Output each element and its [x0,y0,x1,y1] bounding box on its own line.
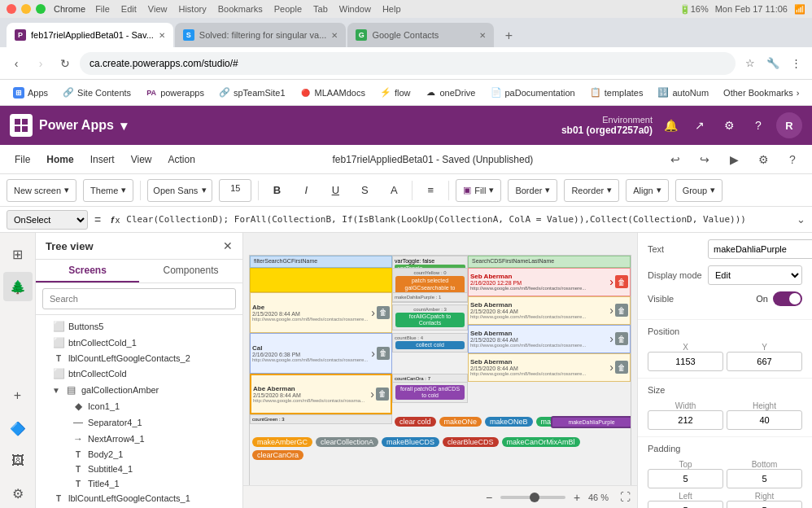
pa-settings-icon[interactable]: ⚙ [716,112,742,138]
padding-right-input[interactable] [727,501,802,508]
bookmark-autonum[interactable]: 🔢 autoNum [651,83,715,103]
extensions-icon[interactable]: 🔧 [763,54,783,73]
back-button[interactable]: ‹ [7,54,26,73]
clear-can-ora-pill[interactable]: clearCanOra [252,450,303,460]
tree-item-lblcountleft2[interactable]: T lblCountLeftGoogleContacts_2 [36,351,242,366]
bold-button[interactable]: B [265,179,288,202]
abe-delete[interactable]: 🗑 [377,306,390,319]
abe-aberman-delete[interactable]: 🗑 [615,304,628,317]
pa-help-btn[interactable]: ? [779,147,805,173]
sidebar-icon-data[interactable]: 🔷 [3,414,33,443]
tab-close-google[interactable]: ✕ [479,31,486,40]
strikethrough-button[interactable]: S [353,179,376,202]
display-mode-select[interactable]: Edit [708,265,802,285]
reorder-button[interactable]: Reorder ▾ [564,179,619,202]
size-height-input[interactable] [727,410,802,430]
contact-row-abe-aberman[interactable]: Seb Aberman 2/15/2020 8:44 AM http://www… [468,296,631,325]
maximize-button[interactable] [36,4,46,14]
align-button[interactable]: ≡ [419,179,442,202]
reload-button[interactable]: ↻ [55,54,75,73]
make-dahlia-purple-selected[interactable]: makeDahliaPurple [551,416,631,428]
tree-item-title41[interactable]: T Title4_1 [36,476,242,491]
bookmark-site-contents[interactable]: 🔗 Site Contents [56,83,138,103]
contact-row-1[interactable]: Seb Aberman 2/16/2020 12:28 PM http://ww… [468,268,631,296]
contact-3-delete[interactable]: 🗑 [615,332,628,345]
tree-tab-components[interactable]: Components [139,260,242,282]
mac-menu-view[interactable]: View [148,4,168,14]
yellow-input-box[interactable] [250,268,392,292]
italic-button[interactable]: I [295,179,317,202]
contact-3-arrow[interactable]: › [609,332,613,345]
mac-menu-window[interactable]: Window [339,4,371,14]
amber-contact-abe[interactable]: Abe 2/15/2020 8:44 AM http://www.google.… [250,292,392,333]
zoom-in-button[interactable]: + [569,489,585,506]
tree-item-btncollectcold[interactable]: ⬜ btnCollectCold [36,366,242,382]
contact-row-3[interactable]: Seb Aberman 2/15/2020 8:44 AM http://www… [468,325,631,353]
sidebar-icon-tree[interactable]: 🌲 [3,272,33,301]
tree-item-icon11[interactable]: ◆ Icon1_1 [36,398,242,414]
padding-left-input[interactable] [648,501,723,508]
bookmark-powerapps[interactable]: PA powerapps [139,83,211,103]
tree-item-separator41[interactable]: — Separator4_1 [36,414,242,431]
menu-item-view[interactable]: View [123,151,160,169]
padding-top-input[interactable] [648,469,723,488]
text-input[interactable] [708,239,812,259]
contact-4-arrow[interactable]: › [609,361,613,374]
position-y-input[interactable] [727,352,802,371]
abe-arrow[interactable]: › [371,306,375,319]
bookmark-other[interactable]: Other Bookmarks › [717,83,805,103]
bookmark-spteamsite[interactable]: 🔗 spTeamSite1 [212,83,292,103]
menu-item-file[interactable]: File [7,151,38,169]
make-amber-gc-pill[interactable]: makeAmberGC [252,437,312,447]
mac-menu-tab[interactable]: Tab [313,4,328,14]
canvas-frame[interactable]: filterSearchGCFirstName varToggle: false… [249,255,631,487]
tab-close-solved[interactable]: ✕ [331,31,338,40]
contact-1-arrow[interactable]: › [609,275,613,288]
mac-menu-help[interactable]: Help [382,4,401,14]
abe-aberman-arrow[interactable]: › [609,304,613,317]
bookmark-flow[interactable]: ⚡ flow [373,83,417,103]
bookmark-onedrive[interactable]: ☁ oneDrive [418,83,482,103]
bookmark-templates[interactable]: 📋 templates [583,83,650,103]
tree-item-buttons5[interactable]: ⬜ Buttons5 [36,318,242,335]
tree-item-lblcountleft1[interactable]: T lblCountLeftGoogleContacts_1 [36,491,242,506]
pa-run-icon[interactable]: ▶ [721,147,747,173]
tree-item-galcollectionamber[interactable]: ▼ ▤ galCollectionAmber [36,382,242,398]
zoom-out-button[interactable]: − [481,489,497,506]
tree-item-btncollectcold1[interactable]: ⬜ btnCollectCold_1 [36,335,242,351]
tree-item-subtitle41[interactable]: T Subtitle4_1 [36,462,242,476]
make-can-or-mix-pill[interactable]: makeCanOrMixAmBl [502,437,580,447]
tab-google-contacts[interactable]: G Google Contacts ✕ [347,23,494,47]
visible-switch[interactable] [773,291,802,306]
pa-redo-icon[interactable]: ↪ [692,147,718,173]
contact-1-delete[interactable]: 🗑 [615,275,628,288]
pa-undo-icon[interactable]: ↩ [662,147,688,173]
contact-row-4[interactable]: Seb Aberman 2/15/2020 8:44 AM http://www… [468,353,631,382]
pa-help-icon[interactable]: ? [745,112,771,138]
fill-button[interactable]: ▣ Fill ▾ [456,179,501,202]
collect-cold-button[interactable]: collect cold [395,341,465,349]
tab-powerapps[interactable]: P feb17rielAppliedBeta01 - Sav... ✕ [7,23,173,47]
make-oneb-pill[interactable]: makeONeB [485,417,533,427]
pa-share-icon[interactable]: ↗ [687,112,713,138]
bookmark-apps[interactable]: ⊞ Apps [7,83,55,103]
cal-arrow[interactable]: › [371,347,375,360]
bookmark-padocs[interactable]: 📄 paDocumentation [484,83,582,103]
bookmark-mlaamdocs[interactable]: 🔴 MLAAMdocs [294,83,372,103]
border-button[interactable]: Border ▾ [508,179,557,202]
close-button[interactable] [7,4,16,14]
mac-menu-file[interactable]: File [95,4,110,14]
clear-cold-pill[interactable]: clear cold [395,417,436,427]
tree-close-button[interactable]: ✕ [223,239,233,252]
forward-button[interactable]: › [31,54,50,73]
sidebar-icon-media[interactable]: 🖼 [3,446,33,475]
tree-item-nextarrow41[interactable]: → NextArrow4_1 [36,431,242,447]
fullscreen-button[interactable]: ⛶ [620,491,631,503]
mac-menu-people[interactable]: People [274,4,302,14]
sidebar-icon-settings[interactable]: ⚙ [3,479,33,508]
contact-4-delete[interactable]: 🗑 [615,361,628,374]
formula-expand-icon[interactable]: ⌄ [797,213,805,226]
tree-search-input[interactable] [42,288,236,309]
bookmark-star-icon[interactable]: ☆ [740,54,760,73]
sidebar-icon-grid[interactable]: ⊞ [3,239,33,269]
